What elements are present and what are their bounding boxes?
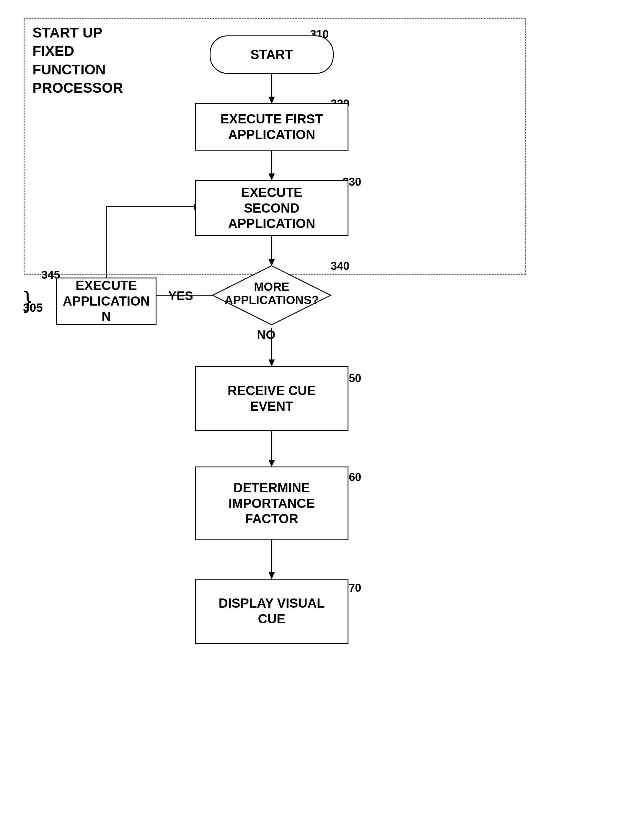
ref-305: 305 xyxy=(23,301,43,314)
no-label: NO xyxy=(257,328,275,342)
display-visual-cue-node: DISPLAY VISUAL CUE xyxy=(195,579,349,644)
determine-importance-factor-node: DETERMINE IMPORTANCE FACTOR xyxy=(195,466,349,540)
dashed-box-label: START UP FIXED FUNCTION PROCESSOR xyxy=(33,23,127,97)
diagram-container: START UP FIXED FUNCTION PROCESSOR 310 ST… xyxy=(18,12,603,827)
svg-text:MORE: MORE xyxy=(254,280,290,293)
svg-marker-16 xyxy=(269,572,275,579)
start-node: START xyxy=(210,36,334,74)
more-applications-node: MORE APPLICATIONS? xyxy=(210,263,334,329)
receive-cue-event-node: RECEIVE CUE EVENT xyxy=(195,366,349,431)
yes-label: YES xyxy=(168,289,193,303)
execute-application-n-node: EXECUTE APPLICATION N xyxy=(56,278,156,325)
execute-second-application-node: EXECUTE SECOND APPLICATION xyxy=(195,180,349,236)
svg-text:APPLICATIONS?: APPLICATIONS? xyxy=(224,294,319,307)
svg-marker-12 xyxy=(269,360,275,366)
svg-marker-14 xyxy=(269,460,275,466)
execute-first-application-node: EXECUTE FIRST APPLICATION xyxy=(195,103,349,150)
